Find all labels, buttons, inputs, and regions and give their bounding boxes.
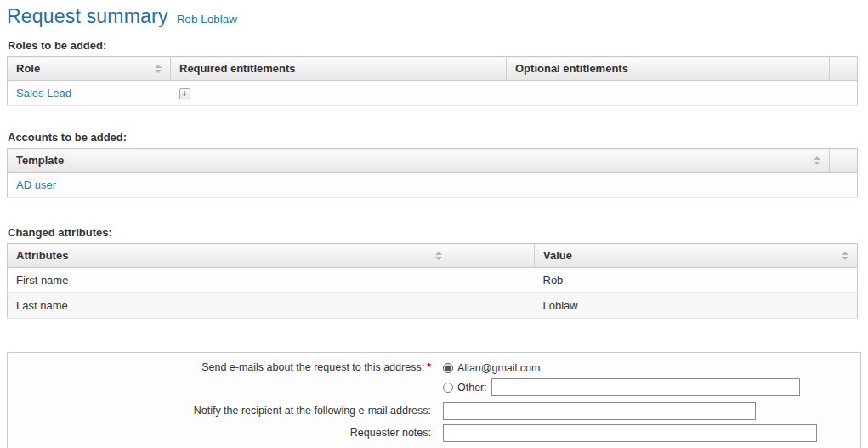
actions-cell [830,81,858,106]
accounts-table-header-row: Template [8,149,858,173]
attribute-value-cell: Loblaw [535,293,858,319]
table-row: First name Rob [8,268,858,293]
role-link[interactable]: Sales Lead [16,87,71,99]
sort-icon[interactable] [814,156,820,165]
requester-notes-input[interactable] [443,424,817,442]
page-title: Request summary [7,5,168,28]
requester-notes-label: Requester notes: [8,424,431,439]
email-choice-label: Send e-mails about the request to this a… [8,359,431,373]
roles-column-required: Required entitlements [171,57,507,81]
notify-label: Notify the recipient at the following e-… [8,402,431,417]
sort-icon[interactable] [842,252,848,260]
sort-icon[interactable] [155,65,162,73]
roles-column-role-label: Role [16,62,40,75]
notify-email-input[interactable] [443,402,756,420]
roles-column-actions [830,57,858,81]
attribute-name-cell: Last name [8,293,451,319]
roles-column-role[interactable]: Role [8,57,171,81]
changed-column-attributes-label: Attributes [16,249,68,262]
table-row: Sales Lead + [8,81,858,106]
changed-column-value-label: Value [543,249,572,262]
changed-column-attributes[interactable]: Attributes [8,244,451,268]
roles-column-optional: Optional entitlements [507,57,830,81]
spacer-cell [451,268,535,293]
required-asterisk: * [427,361,431,373]
roles-column-required-label: Required entitlements [179,62,296,75]
changed-table-header-row: Attributes Value [8,244,858,268]
accounts-column-template[interactable]: Template [8,149,830,173]
email-choice-row: Send e-mails about the request to this a… [8,359,860,398]
request-form: Send e-mails about the request to this a… [7,352,861,448]
sort-icon[interactable] [435,252,442,260]
requester-notes-row: Requester notes: [8,424,860,442]
accounts-column-actions [830,149,858,173]
email-other-radio[interactable] [443,383,453,393]
table-row: Last name Loblaw [8,293,858,319]
attribute-value-cell: Rob [535,268,858,293]
email-primary-radio-label[interactable]: Allan@gmail.com [457,362,540,374]
optional-entitlements-cell [507,81,830,106]
required-entitlements-cell: + [171,81,507,106]
spacer-cell [451,293,535,319]
page-subtitle: Rob Loblaw [177,13,237,26]
accounts-column-template-label: Template [16,154,64,167]
notify-row: Notify the recipient at the following e-… [8,402,860,420]
changed-section-heading: Changed attributes: [8,226,861,239]
changed-column-value[interactable]: Value [535,244,858,268]
roles-column-optional-label: Optional entitlements [515,62,628,75]
accounts-table: Template AD user [7,148,858,198]
table-row: AD user [8,173,858,198]
roles-table-header-row: Role Required entitlements Optional enti… [8,57,858,81]
template-name-cell: AD user [8,173,830,198]
template-link[interactable]: AD user [16,179,56,191]
email-other-input[interactable] [491,378,800,396]
roles-section-heading: Roles to be added: [8,39,861,52]
email-primary-radio[interactable] [443,363,453,373]
accounts-section-heading: Accounts to be added: [8,131,861,144]
page-header: Request summary Rob Loblaw [7,5,861,28]
email-option-primary: Allan@gmail.com [443,359,860,377]
email-other-radio-label[interactable]: Other: [457,382,487,394]
roles-table: Role Required entitlements Optional enti… [7,56,858,106]
actions-cell [830,173,858,198]
email-option-other: Other: [443,378,860,396]
attribute-name-cell: First name [8,268,451,293]
expand-plus-icon[interactable]: + [179,88,190,99]
changed-column-spacer [451,244,535,268]
email-choice-options: Allan@gmail.com Other: [443,359,860,398]
changed-attributes-table: Attributes Value First name Rob Last nam… [7,243,858,319]
role-name-cell: Sales Lead [8,81,171,106]
